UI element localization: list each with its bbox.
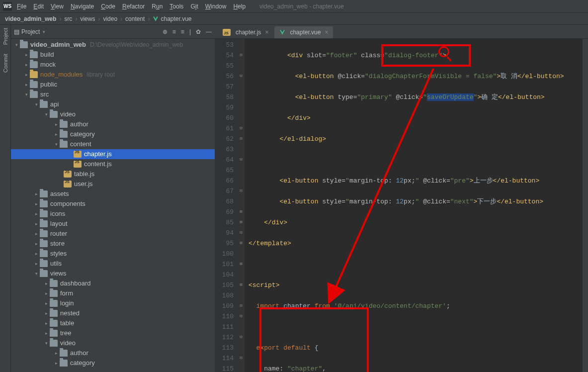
editor-area: JSchapter.js× chapter.vue× 5354555657585… — [215, 25, 588, 372]
tree-folder-content[interactable]: content — [11, 139, 215, 149]
chevron-right-icon: › — [120, 15, 122, 22]
tree-folder-views-video[interactable]: video — [11, 338, 215, 348]
project-tree[interactable]: video_admin_webD:\Develop\Web\video_admi… — [11, 39, 215, 372]
tab-chapter-js[interactable]: JSchapter.js× — [218, 26, 273, 38]
crumb-content[interactable]: content — [125, 15, 145, 22]
expand-all-icon[interactable]: ≡ — [172, 28, 176, 35]
chevron-right-icon: › — [75, 15, 77, 22]
project-panel: ▤ Project ▾ ⊕ ≡ ≡ | ✿ — video_admin_webD… — [11, 25, 215, 372]
tree-folder-views-author[interactable]: author — [11, 348, 215, 358]
breadcrumb: video_admin_web › src › views › video › … — [0, 13, 588, 25]
close-icon[interactable]: × — [265, 29, 268, 36]
menu-view[interactable]: View — [51, 3, 64, 10]
tree-folder-icons[interactable]: icons — [11, 209, 215, 219]
tree-folder-category[interactable]: category — [11, 129, 215, 139]
divider-icon: | — [189, 28, 191, 35]
project-view-icon: ▤ — [14, 28, 19, 35]
line-number-gutter: 5354555657585960616263646566676869859495… — [215, 39, 238, 372]
code-content[interactable]: <div slot="footer" class="dialog-footer"… — [245, 39, 588, 372]
tree-folder-build[interactable]: build — [11, 50, 215, 60]
chevron-down-icon[interactable]: ▾ — [43, 29, 45, 34]
menu-help[interactable]: Help — [233, 3, 246, 10]
tool-window-bar: Project Commit — [0, 25, 11, 372]
chevron-right-icon: › — [59, 15, 61, 22]
tree-folder-store[interactable]: store — [11, 239, 215, 249]
vue-file-icon — [279, 29, 285, 35]
menu-refactor[interactable]: Refactor — [122, 3, 145, 10]
tree-folder-video[interactable]: video — [11, 109, 215, 119]
tree-folder-mock[interactable]: mock — [11, 60, 215, 70]
crumb-file[interactable]: chapter.vue — [153, 15, 191, 22]
tree-folder-utils[interactable]: utils — [11, 259, 215, 269]
locate-icon[interactable]: ⊕ — [163, 28, 168, 35]
tree-folder-views-category[interactable]: category — [11, 358, 215, 368]
crumb-src[interactable]: src — [64, 15, 72, 22]
title-bar: WS File Edit View Navigate Code Refactor… — [0, 0, 588, 13]
js-file-icon: JS — [74, 161, 82, 168]
editor-tab-bar: JSchapter.js× chapter.vue× — [215, 25, 588, 39]
tree-folder-tree[interactable]: tree — [11, 328, 215, 338]
tab-chapter-vue[interactable]: chapter.vue× — [274, 26, 333, 38]
chevron-right-icon: › — [148, 15, 150, 22]
tree-folder-src[interactable]: src — [11, 90, 215, 99]
tree-folder-styles[interactable]: styles — [11, 249, 215, 259]
close-icon[interactable]: × — [325, 29, 328, 36]
tree-file-chapter-js[interactable]: JSchapter.js — [11, 149, 215, 159]
crumb-video[interactable]: video — [103, 15, 117, 22]
tree-folder-views[interactable]: views — [11, 269, 215, 279]
js-file-icon: JS — [64, 171, 72, 178]
menu-code[interactable]: Code — [101, 3, 115, 10]
tree-folder-api[interactable]: api — [11, 99, 215, 109]
annotation-magnifier-icon — [438, 46, 449, 57]
menu-git[interactable]: Git — [190, 3, 198, 10]
menu-run[interactable]: Run — [152, 3, 163, 10]
menu-tools[interactable]: Tools — [169, 3, 183, 10]
js-file-icon: JS — [74, 151, 82, 158]
js-file-icon: JS — [223, 29, 231, 36]
tree-folder-assets[interactable]: assets — [11, 189, 215, 199]
hide-icon[interactable]: — — [206, 28, 212, 35]
tree-folder-dashboard[interactable]: dashboard — [11, 279, 215, 288]
chevron-right-icon: › — [98, 15, 100, 22]
window-title: video_admin_web - chapter.vue — [259, 3, 343, 10]
project-panel-header: ▤ Project ▾ ⊕ ≡ ≡ | ✿ — — [11, 25, 215, 39]
ide-logo-icon: WS — [3, 2, 12, 11]
tree-folder-public[interactable]: public — [11, 80, 215, 90]
tree-folder-form[interactable]: form — [11, 288, 215, 298]
code-editor[interactable]: 5354555657585960616263646566676869859495… — [215, 39, 588, 372]
menu-file[interactable]: File — [17, 3, 26, 10]
project-panel-title[interactable]: Project — [21, 28, 40, 35]
gear-icon[interactable]: ✿ — [196, 28, 201, 35]
tree-folder-components[interactable]: components — [11, 199, 215, 209]
vue-file-icon — [153, 16, 159, 22]
tool-commit-tab[interactable]: Commit — [2, 54, 8, 73]
collapse-all-icon[interactable]: ≡ — [181, 28, 184, 35]
tree-folder-router[interactable]: router — [11, 229, 215, 239]
tree-folder-node-modules[interactable]: node_moduleslibrary root — [11, 70, 215, 80]
js-file-icon: JS — [64, 181, 72, 187]
menu-window[interactable]: Window — [205, 3, 227, 10]
tree-folder-login[interactable]: login — [11, 298, 215, 308]
tree-file-user-js[interactable]: JSuser.js — [11, 179, 215, 189]
vertical-scrollbar[interactable] — [583, 39, 588, 372]
tree-folder-author[interactable]: author — [11, 119, 215, 129]
crumb-views[interactable]: views — [80, 15, 95, 22]
tree-folder-layout[interactable]: layout — [11, 219, 215, 229]
tree-root[interactable]: video_admin_webD:\Develop\Web\video_admi… — [11, 40, 215, 50]
menu-navigate[interactable]: Navigate — [71, 3, 94, 10]
tree-folder-table[interactable]: table — [11, 318, 215, 328]
tree-folder-nested[interactable]: nested — [11, 308, 215, 318]
fold-gutter[interactable]: ⊟⊟⊟⊟⊟⊟⊞⊞⊟⊞⊞⊞⊟⊟⊟⊟ — [238, 39, 245, 372]
menu-edit[interactable]: Edit — [33, 3, 44, 10]
tool-project-tab[interactable]: Project — [2, 28, 8, 45]
tree-file-table-js[interactable]: JStable.js — [11, 169, 215, 179]
tree-file-content-js[interactable]: JScontent.js — [11, 159, 215, 169]
crumb-root[interactable]: video_admin_web — [5, 15, 56, 22]
